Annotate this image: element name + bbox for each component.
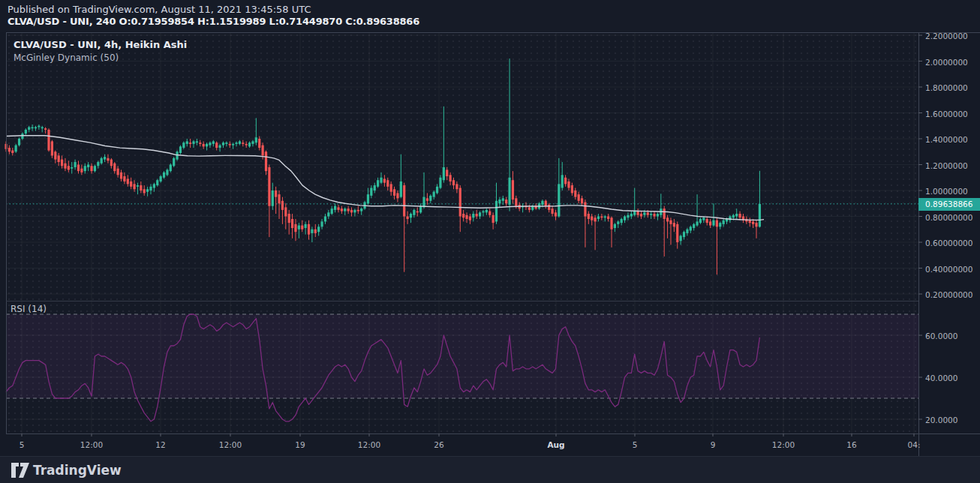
time-tick-label: Aug (534, 440, 579, 449)
time-tick-label: 12:00 (761, 440, 806, 449)
price-tick-label: 1.2000000 (925, 161, 968, 170)
legend-symbol-title: CLVA/USD - UNI, 4h, Heikin Ashi (14, 39, 187, 50)
published-caption: Published on TradingView.com, August 11,… (8, 4, 311, 15)
rsi-pane-label: RSI (14) (11, 304, 47, 314)
rsi-tick-label: 40.0000 (925, 374, 957, 382)
legend-indicator-label: McGinley Dynamic (50) (14, 52, 187, 63)
snapshot-footer: TradingView (0, 456, 980, 483)
time-tick-label: 12 (138, 440, 183, 449)
time-tick-label: 04: (891, 440, 936, 449)
published-chart-page: Published on TradingView.com, August 11,… (0, 0, 980, 483)
time-tick-label: 12:00 (347, 440, 392, 449)
last-price-label: 0.89638866 (918, 198, 980, 211)
price-tick-label: 2.2000000 (925, 32, 968, 40)
time-tick-label: 5 (0, 440, 44, 449)
time-tick-label: 9 (690, 440, 735, 449)
price-tick-label: 1.4000000 (925, 135, 968, 144)
snapshot-header: Published on TradingView.com, August 11,… (0, 0, 980, 32)
rsi-tick-label: 20.0000 (925, 416, 957, 424)
time-tick-label: 5 (612, 440, 657, 449)
time-tick-label: 16 (829, 440, 874, 449)
chart-area[interactable]: CLVA/USD - UNI, 4h, Heikin Ashi McGinley… (0, 32, 980, 456)
mcginley-line (6, 136, 764, 220)
tradingview-logo-icon[interactable] (11, 462, 30, 478)
price-tick-label: 0.60000000 (925, 238, 972, 248)
time-tick-label: 19 (278, 440, 323, 449)
price-tick-label: 1.6000000 (925, 110, 968, 118)
chart-legend: CLVA/USD - UNI, 4h, Heikin Ashi McGinley… (14, 39, 187, 63)
price-tick-label: 0.40000000 (925, 265, 972, 274)
chart-canvas[interactable] (0, 32, 980, 456)
time-tick-label: 12:00 (69, 440, 114, 449)
price-tick-label: 2.0000000 (925, 58, 968, 67)
tradingview-brand-text[interactable]: TradingView (33, 463, 122, 478)
time-tick-label: 12:00 (208, 440, 253, 449)
rsi-band-fill (6, 314, 918, 398)
symbol-ohlc-caption: CLVA/USD - UNI, 240 O:0.71959854 H:1.151… (8, 16, 419, 27)
time-scale[interactable]: 512:001212:001912:0026Aug5912:001604: (0, 434, 980, 456)
price-tick-label: 1.0000000 (925, 187, 968, 196)
price-tick-label: 1.8000000 (925, 83, 968, 92)
rsi-tick-label: 60.0000 (925, 332, 957, 340)
price-scale[interactable]: 0.89638866 2.20000002.00000001.80000001.… (918, 32, 980, 456)
time-tick-label: 26 (416, 440, 461, 449)
price-tick-label: 0.20000000 (925, 290, 972, 299)
price-tick-label: 0.80000000 (925, 213, 972, 222)
